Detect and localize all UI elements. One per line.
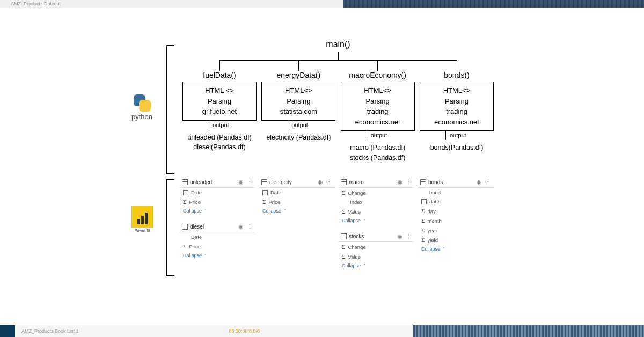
fn-name: energyData() bbox=[276, 71, 320, 79]
sigma-icon: Σ bbox=[421, 227, 425, 233]
table-icon bbox=[420, 179, 426, 185]
table-field[interactable]: ΣPrice bbox=[259, 197, 334, 207]
visibility-icon[interactable]: ◉ bbox=[318, 179, 323, 186]
visibility-icon[interactable]: ◉ bbox=[238, 223, 244, 230]
table-field[interactable]: bond bbox=[418, 188, 493, 197]
table-card: diesel◉⋮DateΣPriceCollapse ˄ bbox=[180, 222, 255, 260]
field-name: Index bbox=[350, 199, 362, 205]
chevron-up-icon: ˄ bbox=[204, 209, 207, 214]
table-card: bonds◉⋮bonddateΣdayΣmonthΣyearΣyieldColl… bbox=[418, 177, 493, 253]
bottom-filename: AMZ_Products Book List 1 bbox=[21, 328, 79, 334]
table-card: unleaded◉⋮DateΣPriceCollapse ˄ bbox=[180, 177, 255, 215]
visibility-icon[interactable]: ◉ bbox=[477, 179, 482, 186]
table-card: stocks◉⋮ΣChangeΣValueCollapse ˄ bbox=[339, 231, 414, 270]
output-label: output bbox=[450, 132, 466, 138]
table-header[interactable]: bonds◉⋮ bbox=[418, 177, 493, 188]
more-icon[interactable]: ⋮ bbox=[406, 179, 412, 186]
fn-column: fuelData()HTML <>Parsinggr.fuelo.netoutp… bbox=[182, 71, 257, 163]
table-field[interactable]: Index bbox=[339, 197, 414, 207]
more-icon[interactable]: ⋮ bbox=[247, 223, 253, 230]
table-icon bbox=[341, 233, 347, 239]
table-header[interactable]: unleaded◉⋮ bbox=[180, 177, 255, 188]
tree-connectors bbox=[182, 52, 494, 71]
python-icon bbox=[133, 93, 152, 113]
field-name: yield bbox=[427, 237, 438, 243]
sigma-icon: Σ bbox=[342, 244, 345, 250]
field-name: Date bbox=[191, 189, 202, 195]
more-icon[interactable]: ⋮ bbox=[485, 179, 491, 186]
fn-box: HTML <>Parsinggr.fuelo.net bbox=[182, 82, 257, 121]
sigma-icon: Σ bbox=[183, 199, 186, 205]
collapse-link[interactable]: Collapse ˄ bbox=[339, 261, 414, 270]
field-name: month bbox=[427, 218, 441, 224]
sigma-icon: Σ bbox=[342, 208, 345, 215]
collapse-link[interactable]: Collapse ˄ bbox=[259, 207, 334, 215]
table-card: electricity◉⋮DateΣPriceCollapse ˄ bbox=[259, 177, 334, 215]
output-text: electricity (Pandas.df) bbox=[266, 133, 331, 143]
table-header[interactable]: macro◉⋮ bbox=[339, 177, 414, 188]
table-icon bbox=[341, 179, 347, 185]
table-field[interactable]: date bbox=[418, 197, 493, 206]
powerbi-icon bbox=[131, 206, 153, 228]
table-field[interactable]: ΣChange bbox=[339, 188, 414, 197]
collapse-link[interactable]: Collapse ˄ bbox=[180, 207, 255, 215]
more-icon[interactable]: ⋮ bbox=[326, 179, 332, 186]
visibility-icon[interactable]: ◉ bbox=[238, 179, 244, 186]
table-field[interactable]: Σyear bbox=[418, 225, 493, 235]
visibility-icon[interactable]: ◉ bbox=[397, 179, 402, 186]
fn-name: bonds() bbox=[444, 71, 469, 79]
field-name: date bbox=[429, 199, 440, 204]
table-field[interactable]: ΣChange bbox=[339, 242, 414, 252]
chevron-up-icon: ˄ bbox=[363, 263, 365, 268]
output-label: output bbox=[371, 132, 387, 138]
table-name: diesel bbox=[190, 224, 204, 230]
collapse-link[interactable]: Collapse ˄ bbox=[418, 245, 493, 253]
field-name: Change bbox=[348, 244, 365, 250]
main-fn: main() bbox=[182, 40, 494, 49]
output-label: output bbox=[291, 122, 308, 128]
field-name: year bbox=[427, 228, 437, 233]
output-connector bbox=[367, 131, 367, 140]
table-field[interactable]: Date bbox=[259, 188, 334, 197]
field-name: Date bbox=[270, 189, 281, 195]
table-header[interactable]: electricity◉⋮ bbox=[259, 177, 334, 188]
chevron-up-icon: ˄ bbox=[443, 247, 445, 252]
table-field[interactable]: ΣValue bbox=[339, 252, 414, 261]
table-field[interactable]: ΣPrice bbox=[180, 197, 255, 207]
visibility-icon[interactable]: ◉ bbox=[397, 233, 402, 240]
field-name: Value bbox=[348, 254, 361, 260]
powerbi-label: Power BI bbox=[131, 206, 153, 232]
table-icon bbox=[182, 224, 188, 230]
more-icon[interactable]: ⋮ bbox=[247, 179, 253, 186]
fn-box: HTML<>Parsingtradingeconomics.net bbox=[420, 82, 494, 131]
table-icon bbox=[261, 179, 267, 185]
table-header[interactable]: stocks◉⋮ bbox=[339, 231, 414, 242]
fn-column: bonds()HTML<>Parsingtradingeconomics.net… bbox=[420, 71, 494, 163]
table-header[interactable]: diesel◉⋮ bbox=[180, 222, 255, 232]
table-name: bonds bbox=[428, 179, 443, 185]
calendar-icon bbox=[262, 190, 268, 195]
sigma-icon: Σ bbox=[421, 237, 425, 243]
table-card: macro◉⋮ΣChangeIndexΣValueCollapse ˄ bbox=[339, 177, 414, 225]
output-connector bbox=[445, 131, 446, 140]
table-field[interactable]: Σmonth bbox=[418, 216, 493, 225]
calendar-icon bbox=[421, 199, 427, 204]
table-field[interactable]: Σday bbox=[418, 206, 493, 216]
fn-column: macroEconomy()HTML<>Parsingtradingeconom… bbox=[341, 71, 415, 163]
python-text: python bbox=[131, 113, 152, 121]
powerbi-text: Power BI bbox=[135, 229, 150, 232]
collapse-link[interactable]: Collapse ˄ bbox=[180, 251, 255, 260]
output-connector bbox=[288, 121, 288, 129]
table-field[interactable]: Σyield bbox=[418, 235, 493, 245]
table-field[interactable]: ΣPrice bbox=[180, 241, 255, 251]
collapse-link[interactable]: Collapse ˄ bbox=[339, 216, 414, 225]
table-name: stocks bbox=[349, 233, 364, 239]
output-label: output bbox=[213, 122, 229, 128]
table-field[interactable]: ΣValue bbox=[339, 207, 414, 216]
chevron-up-icon: ˄ bbox=[204, 253, 207, 258]
more-icon[interactable]: ⋮ bbox=[406, 233, 412, 240]
table-field[interactable]: Date bbox=[180, 188, 255, 197]
field-name: bond bbox=[429, 189, 441, 195]
field-name: day bbox=[427, 208, 435, 214]
table-field[interactable]: Date bbox=[180, 232, 255, 241]
